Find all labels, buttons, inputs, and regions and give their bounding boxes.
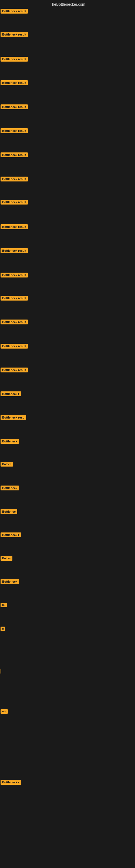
result-row: Bottleneck result bbox=[1, 296, 28, 302]
result-row: Bottleneck result bbox=[1, 128, 28, 134]
result-row: Bottleneck result bbox=[1, 32, 28, 38]
bottleneck-label: B bbox=[1, 627, 5, 631]
bottleneck-label: Bottleneck result bbox=[1, 57, 28, 62]
result-row: Bottleneck result bbox=[1, 177, 28, 183]
bottleneck-label: Bottleneck result bbox=[1, 368, 28, 372]
result-row: Bottler bbox=[1, 556, 12, 562]
result-row: Bottleneck resu bbox=[1, 415, 26, 421]
bottleneck-label: Bottleneck bbox=[1, 439, 19, 444]
bottleneck-label: Bottleneck bbox=[1, 486, 19, 490]
result-row: Bottleneck result bbox=[1, 273, 28, 279]
bottleneck-label: Bottleneck result bbox=[1, 296, 28, 301]
bottleneck-label: Bottleneck result bbox=[1, 344, 28, 348]
bottleneck-label: Bottleneck result bbox=[1, 32, 28, 37]
bottleneck-label: Bottleneck result bbox=[1, 152, 28, 157]
result-row: B bbox=[1, 627, 5, 632]
result-row: Bottlen bbox=[1, 462, 13, 468]
result-row: Bottleneck result bbox=[1, 104, 28, 111]
bottleneck-label: Bottleneck r bbox=[1, 392, 21, 396]
result-row: Bottleneck result bbox=[1, 199, 28, 206]
bottleneck-label: Bottleneck result bbox=[1, 128, 28, 133]
result-row: Bottleneck result bbox=[1, 344, 28, 350]
result-row: Bot bbox=[1, 709, 8, 715]
result-row: Bottleneck bbox=[1, 439, 19, 445]
result-row: Bottleneck result bbox=[1, 248, 28, 254]
bottleneck-label: Bottleneck result bbox=[1, 319, 28, 324]
site-title: TheBottlenecker.com bbox=[0, 0, 135, 9]
result-row: Bottleneck result bbox=[1, 57, 28, 63]
bottleneck-label: Bottleneck bbox=[1, 579, 19, 584]
bottleneck-label: Bottleneck result bbox=[1, 177, 28, 182]
bottleneck-label: Bottleneck result bbox=[1, 248, 28, 253]
bottleneck-label: Bo bbox=[1, 603, 7, 607]
result-row: Bottlenec bbox=[1, 509, 17, 515]
result-row: Bottleneck result bbox=[1, 80, 28, 86]
result-row: Bottleneck r bbox=[1, 532, 21, 538]
bottleneck-label: Bottleneck result bbox=[1, 9, 28, 13]
result-row: Bottleneck result bbox=[1, 319, 28, 326]
bottleneck-label: Bottleneck resu bbox=[1, 415, 26, 420]
result-row: Bo bbox=[1, 603, 7, 609]
result-row: Bottleneck result bbox=[1, 9, 28, 14]
bottleneck-label: Bottlenec bbox=[1, 509, 17, 514]
result-row: Bottleneck result bbox=[1, 368, 28, 373]
result-row bbox=[1, 669, 1, 674]
bottleneck-label: Bottleneck result bbox=[1, 199, 28, 205]
result-row: Bottleneck result bbox=[1, 152, 28, 158]
bottleneck-label: Bottleneck r bbox=[1, 780, 21, 785]
bottleneck-label: Bottler bbox=[1, 556, 12, 561]
result-row: Bottleneck bbox=[1, 486, 19, 492]
bottleneck-label: Bottleneck result bbox=[1, 273, 28, 278]
bottleneck-label: Bottleneck result bbox=[1, 80, 28, 85]
result-row: Bottleneck r bbox=[1, 780, 21, 786]
result-row: Bottleneck result bbox=[1, 224, 28, 230]
result-row: Bottleneck bbox=[1, 579, 19, 585]
bottleneck-label: Bottleneck result bbox=[1, 224, 28, 229]
bottleneck-label: Bot bbox=[1, 709, 8, 714]
result-row: Bottleneck r bbox=[1, 392, 21, 397]
bottleneck-label: Bottleneck result bbox=[1, 104, 28, 109]
bottleneck-label: Bottleneck r bbox=[1, 532, 21, 537]
bottleneck-label: Bottlen bbox=[1, 462, 13, 467]
